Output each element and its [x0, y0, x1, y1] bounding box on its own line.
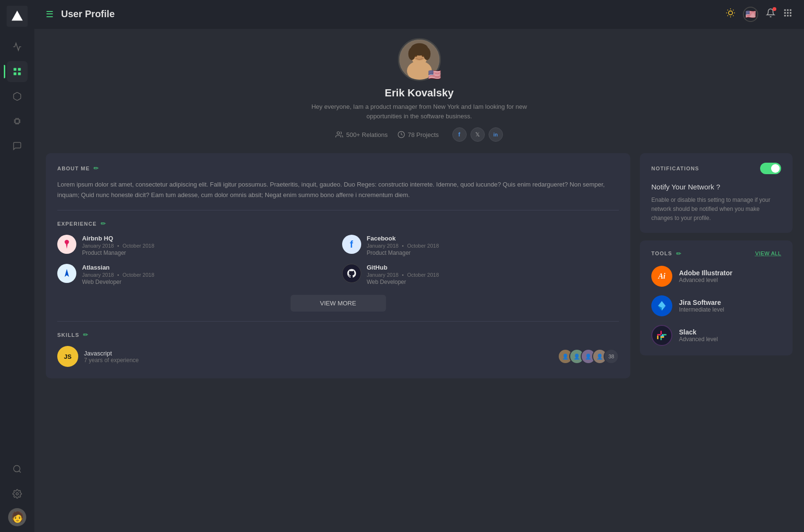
stat-projects: 78 Projects [397, 131, 439, 138]
adobe-illustrator-name: Adobe Illustrator [679, 269, 732, 277]
tool-item-slack: Slack Advanced level [651, 325, 781, 346]
profile-avatar-wrap: 🇺🇸 [398, 38, 441, 81]
profile-header: 🇺🇸 Erik Kovalsky Hey everyone, Iam a pro… [46, 38, 793, 142]
airbnb-dates: January 2018 • October 2018 [82, 243, 154, 249]
about-me-card: ABOUT ME ✏ Lorem ipsum dolor sit amet, c… [46, 153, 630, 378]
airbnb-role: Product Manager [82, 250, 154, 256]
content-area: 🇺🇸 Erik Kovalsky Hey everyone, Iam a pro… [34, 29, 804, 532]
atlassian-info: Atlassian January 2018 • October 2018 We… [82, 264, 154, 285]
tool-item-ai: Ai Adobe Illustrator Advanced level [651, 266, 781, 287]
github-role: Web Developer [367, 279, 439, 285]
svg-marker-38 [64, 269, 69, 277]
tool-item-jira: Jira Software Intermediate level [651, 295, 781, 316]
skill-item-js: JS Javascript 7 years of experience 👤 👤 … [57, 346, 619, 367]
github-dates: January 2018 • October 2018 [367, 272, 439, 278]
exp-item-github: GitHub January 2018 • October 2018 Web D… [342, 264, 619, 285]
svg-line-16 [728, 15, 728, 16]
profile-country-flag: 🇺🇸 [428, 69, 441, 81]
theme-toggle-icon[interactable] [726, 8, 735, 20]
github-company: GitHub [367, 264, 439, 271]
svg-rect-4 [18, 73, 21, 75]
notifications-title: NOTIFICATIONS [651, 166, 699, 171]
svg-rect-46 [660, 336, 664, 338]
svg-rect-5 [15, 119, 19, 123]
airbnb-info: Airbnb HQ January 2018 • October 2018 Pr… [82, 235, 154, 256]
tools-title: TOOLS [651, 250, 672, 256]
twitter-link[interactable]: 𝕏 [470, 127, 485, 142]
experience-edit-icon[interactable]: ✏ [101, 220, 106, 227]
js-badge: JS [57, 346, 78, 367]
svg-rect-39 [660, 331, 662, 334]
header: ☰ User Profile 🇺🇸 [34, 0, 804, 29]
notify-network-question: Notify Your Network ? [651, 183, 781, 191]
notifications-icon[interactable] [766, 8, 775, 20]
svg-rect-23 [790, 12, 791, 13]
apps-grid-icon[interactable] [783, 8, 793, 20]
language-flag[interactable]: 🇺🇸 [743, 7, 758, 22]
social-icons: f 𝕏 in [452, 127, 503, 142]
svg-point-9 [729, 11, 732, 15]
svg-rect-1 [14, 68, 17, 71]
svg-line-7 [19, 471, 21, 473]
sidebar: 🧑 [0, 0, 34, 532]
svg-rect-22 [787, 12, 788, 13]
sidebar-item-chip[interactable] [7, 111, 28, 132]
svg-rect-3 [14, 73, 17, 75]
linkedin-link[interactable]: in [489, 127, 503, 142]
sidebar-item-cube[interactable] [7, 86, 28, 107]
svg-rect-40 [657, 334, 661, 335]
user-avatar-sidebar[interactable]: 🧑 [8, 508, 26, 526]
skills-title: SKILLS [57, 332, 79, 338]
notifications-toggle[interactable] [760, 163, 781, 174]
projects-count: 78 Projects [408, 131, 439, 138]
airbnb-logo [57, 235, 76, 254]
svg-rect-20 [790, 10, 791, 11]
sidebar-item-chat[interactable] [7, 136, 28, 156]
experience-grid: Airbnb HQ January 2018 • October 2018 Pr… [57, 235, 619, 285]
about-title: ABOUT ME [57, 166, 90, 171]
notify-network-description: Enable or disable this setting to manage… [651, 196, 781, 223]
tools-view-all[interactable]: VIEW ALL [755, 250, 781, 256]
about-section-header: ABOUT ME ✏ [57, 165, 619, 172]
profile-name: Erik Kovalsky [46, 87, 793, 99]
sidebar-item-dashboard[interactable] [7, 61, 28, 82]
sidebar-item-search[interactable] [7, 459, 28, 480]
slack-logo [651, 325, 672, 346]
jira-logo [651, 295, 672, 316]
svg-point-34 [408, 48, 415, 60]
adobe-illustrator-logo: Ai [651, 266, 672, 287]
skills-edit-icon[interactable]: ✏ [83, 331, 88, 338]
svg-rect-25 [787, 15, 788, 16]
tools-card: TOOLS ✏ VIEW ALL Ai Adobe Illustrator Ad… [640, 240, 793, 355]
adobe-illustrator-info: Adobe Illustrator Advanced level [679, 269, 732, 283]
svg-rect-19 [787, 10, 788, 11]
divider-1 [57, 210, 619, 210]
svg-point-6 [14, 466, 20, 472]
facebook-link[interactable]: f [452, 127, 467, 142]
js-skill-info: Javascript 7 years of experience [84, 350, 552, 364]
toggle-switch[interactable] [760, 163, 781, 174]
view-more-button[interactable]: VIEW MORE [291, 295, 386, 312]
svg-rect-18 [784, 10, 786, 11]
airbnb-company: Airbnb HQ [82, 235, 154, 242]
tools-edit-icon[interactable]: ✏ [676, 250, 681, 257]
divider-2 [57, 321, 619, 322]
svg-rect-21 [784, 12, 786, 13]
js-skill-name: Javascript [84, 350, 552, 357]
exp-item-facebook: f Facebook January 2018 • October 2018 P… [342, 235, 619, 256]
facebook-dates: January 2018 • October 2018 [367, 243, 439, 249]
sidebar-bottom: 🧑 [7, 459, 28, 526]
sidebar-item-activity[interactable] [7, 36, 28, 57]
facebook-logo: f [342, 235, 361, 254]
profile-stats: 500+ Relations 78 Projects f 𝕏 in [46, 127, 793, 142]
jira-info: Jira Software Intermediate level [679, 299, 724, 313]
about-edit-icon[interactable]: ✏ [94, 165, 99, 172]
slack-level: Advanced level [679, 336, 718, 343]
app-logo[interactable] [7, 6, 28, 27]
sidebar-item-settings[interactable] [7, 483, 28, 504]
notifications-card: NOTIFICATIONS Notify Your Network ? Enab… [640, 153, 793, 233]
atlassian-dates: January 2018 • October 2018 [82, 272, 154, 278]
slack-name: Slack [679, 328, 718, 336]
menu-icon[interactable]: ☰ [46, 9, 53, 20]
experience-section-header: EXPERIENCE ✏ [57, 220, 619, 227]
